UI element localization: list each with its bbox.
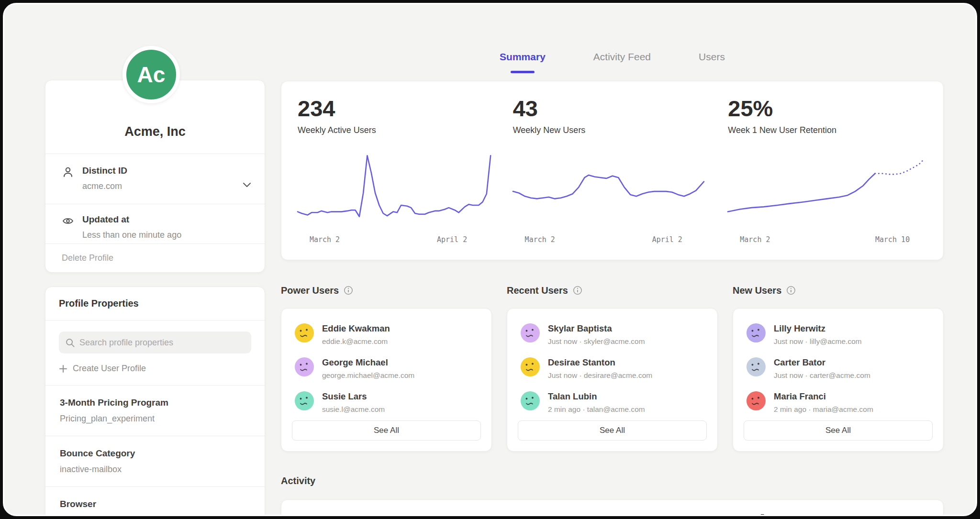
user-row[interactable]: Lilly Herwitz Just now · lilly@acme.com bbox=[746, 323, 930, 346]
x-tick: March 2 bbox=[310, 235, 340, 244]
person-icon bbox=[62, 166, 74, 178]
create-user-profile-button[interactable]: Create User Profile bbox=[45, 353, 159, 385]
search-icon bbox=[65, 338, 75, 348]
property-row[interactable]: Browser Chrome bbox=[45, 486, 265, 516]
user-avatar bbox=[746, 323, 766, 342]
search-input[interactable] bbox=[79, 338, 245, 348]
metric-weekly-new-users: 43 Weekly New Users March 2 April 2 bbox=[513, 97, 712, 247]
profile-sidebar: Ac Acme, Inc Distinct ID acme.com bbox=[45, 4, 265, 515]
section-title: Power Users bbox=[281, 285, 339, 296]
field-updated-at: Updated at Less than one minute ago bbox=[45, 204, 265, 244]
plus-icon bbox=[59, 364, 67, 373]
property-value: inactive-mailbox bbox=[60, 464, 250, 475]
user-row[interactable]: Susie Lars susie.l@acme.com bbox=[295, 391, 478, 414]
property-name: Bounce Category bbox=[60, 448, 250, 459]
user-row[interactable]: Desirae Stanton Just now · desirare@acme… bbox=[521, 357, 704, 380]
user-avatar bbox=[295, 323, 314, 342]
user-avatar bbox=[521, 391, 540, 410]
delete-profile-button[interactable]: Delete Profile bbox=[45, 244, 265, 272]
company-avatar-initials: Ac bbox=[137, 62, 166, 88]
field-label: Updated at bbox=[82, 214, 181, 225]
recent-users-section: Recent Users Skylar Baptista Just now · … bbox=[507, 281, 718, 452]
activity-stat: 3.4k bbox=[728, 511, 927, 516]
tab-summary[interactable]: Summary bbox=[500, 51, 546, 73]
activity-card: 234 240 3.4k bbox=[281, 499, 944, 516]
new-users-card: Lilly Herwitz Just now · lilly@acme.com … bbox=[733, 308, 944, 452]
activity-section-title: Activity bbox=[281, 475, 315, 486]
user-avatar bbox=[295, 357, 314, 376]
user-subtext: Just now · desirare@acme.com bbox=[548, 371, 652, 380]
metric-weekly-active-users: 234 Weekly Active Users March 2 April 2 bbox=[298, 97, 497, 247]
weekly-active-users-chart bbox=[298, 148, 497, 230]
stat-value: 43 bbox=[513, 97, 712, 120]
stat-label: Weekly New Users bbox=[513, 125, 712, 135]
property-row[interactable]: 3-Month Pricing Program Pricing_plan_exp… bbox=[45, 385, 265, 436]
tab-activity-feed[interactable]: Activity Feed bbox=[593, 51, 651, 73]
user-sections: Power Users Eddie Kwakman eddie.k@acme.c… bbox=[281, 281, 944, 452]
user-subtext: Just now · lilly@acme.com bbox=[774, 337, 862, 346]
see-all-button[interactable]: See All bbox=[292, 420, 481, 441]
user-avatar bbox=[521, 357, 540, 376]
x-tick: April 2 bbox=[437, 235, 467, 244]
x-tick: March 2 bbox=[525, 235, 555, 244]
stat-label: Weekly Active Users bbox=[298, 125, 497, 135]
user-row[interactable]: Maria Franci 2 min ago · maria@acme.com bbox=[746, 391, 930, 414]
user-name: Carter Bator bbox=[774, 357, 870, 368]
user-name: Desirae Stanton bbox=[548, 357, 652, 368]
stat-value: 234 bbox=[298, 97, 497, 120]
user-subtext: Just now · skyler@acme.com bbox=[548, 337, 645, 346]
x-tick: March 2 bbox=[740, 235, 770, 244]
field-label: Distinct ID bbox=[82, 166, 127, 176]
user-row[interactable]: George Michael george.michael@acme.com bbox=[295, 357, 478, 380]
chevron-down-icon[interactable] bbox=[242, 179, 252, 190]
power-users-section: Power Users Eddie Kwakman eddie.k@acme.c… bbox=[281, 281, 492, 452]
property-name: 3-Month Pricing Program bbox=[60, 398, 250, 408]
user-row[interactable]: Carter Bator Just now · carter@acme.com bbox=[746, 357, 930, 380]
user-subtext: george.michael@acme.com bbox=[322, 371, 414, 380]
field-value: Less than one minute ago bbox=[82, 230, 181, 240]
field-distinct-id: Distinct ID acme.com bbox=[45, 154, 265, 204]
user-name: Maria Franci bbox=[774, 391, 873, 402]
profile-properties-search[interactable] bbox=[59, 331, 251, 353]
active-tab-underline bbox=[511, 71, 535, 73]
field-value: acme.com bbox=[82, 181, 127, 191]
x-tick: March 10 bbox=[875, 235, 910, 244]
new-users-section: New Users Lilly Herwitz Just now · lilly… bbox=[733, 281, 944, 452]
user-row[interactable]: Talan Lubin 2 min ago · talan@acme.com bbox=[521, 391, 704, 414]
user-avatar bbox=[295, 391, 314, 410]
see-all-button[interactable]: See All bbox=[518, 420, 707, 441]
user-row[interactable]: Eddie Kwakman eddie.k@acme.com bbox=[295, 323, 478, 346]
user-avatar bbox=[746, 357, 766, 376]
week1-retention-chart bbox=[728, 148, 927, 230]
user-row[interactable]: Skylar Baptista Just now · skyler@acme.c… bbox=[521, 323, 704, 346]
activity-stat: 240 bbox=[513, 511, 712, 516]
app-window: Ac Acme, Inc Distinct ID acme.com bbox=[3, 3, 977, 516]
user-subtext: eddie.k@acme.com bbox=[322, 337, 390, 346]
x-tick: April 2 bbox=[652, 235, 682, 244]
property-row[interactable]: Bounce Category inactive-mailbox bbox=[45, 436, 265, 486]
user-avatar bbox=[746, 391, 766, 410]
profile-properties-card: Profile Properties Create User Profile 3… bbox=[45, 287, 265, 516]
activity-stat: 234 bbox=[298, 511, 497, 516]
create-user-profile-label: Create User Profile bbox=[73, 364, 146, 374]
section-title: Recent Users bbox=[507, 285, 568, 296]
see-all-button[interactable]: See All bbox=[744, 420, 933, 441]
info-icon[interactable] bbox=[344, 286, 353, 295]
user-name: Skylar Baptista bbox=[548, 323, 645, 334]
tab-users[interactable]: Users bbox=[699, 51, 725, 73]
info-icon[interactable] bbox=[786, 286, 796, 295]
user-subtext: 2 min ago · talan@acme.com bbox=[548, 405, 645, 414]
user-name: Talan Lubin bbox=[548, 391, 645, 402]
user-subtext: susie.l@acme.com bbox=[322, 405, 385, 414]
user-name: Susie Lars bbox=[322, 391, 385, 402]
summary-metrics-card: 234 Weekly Active Users March 2 April 2 … bbox=[281, 81, 944, 260]
company-name: Acme, Inc bbox=[124, 124, 186, 139]
company-avatar: Ac bbox=[122, 46, 180, 103]
profile-properties-title: Profile Properties bbox=[45, 287, 265, 320]
info-icon[interactable] bbox=[573, 286, 582, 295]
user-name: Lilly Herwitz bbox=[774, 323, 862, 334]
stat-label: Week 1 New User Retention bbox=[728, 125, 927, 135]
profile-card: Acme, Inc Distinct ID acme.com bbox=[45, 80, 265, 273]
weekly-new-users-chart bbox=[513, 148, 712, 230]
eye-icon bbox=[62, 215, 74, 227]
